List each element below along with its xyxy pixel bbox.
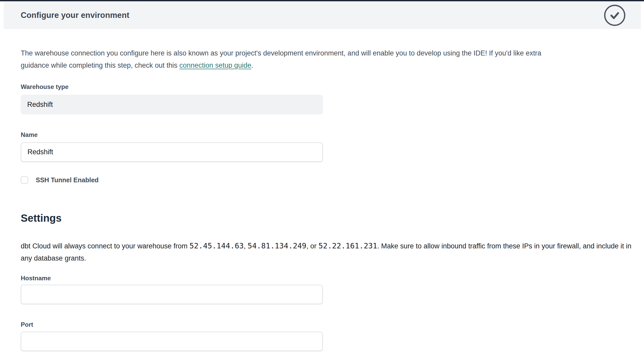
page-title: Configure your environment (21, 11, 129, 20)
check-circle-icon (604, 5, 625, 26)
hostname-label: Hostname (21, 274, 644, 282)
warehouse-type-field (21, 95, 323, 114)
hostname-input[interactable] (21, 285, 323, 304)
settings-text-after-ips: . Make sure to allow inbound traffic fro… (377, 242, 631, 250)
ssh-tunnel-row[interactable]: SSH Tunnel Enabled (21, 176, 644, 184)
settings-paragraph: dbt Cloud will always connect to your wa… (21, 240, 644, 264)
settings-text-before-ips: dbt Cloud will always connect to your wa… (21, 242, 189, 250)
ip-address-3: 52.22.161.231 (318, 241, 377, 250)
intro-line1: The warehouse connection you configure h… (21, 49, 541, 57)
name-label: Name (21, 131, 644, 139)
ip-separator-1: , (244, 242, 248, 250)
settings-heading: Settings (21, 211, 644, 225)
intro-line2-text: guidance while completing this step, che… (21, 61, 179, 69)
connection-setup-guide-link[interactable]: connection setup guide (179, 61, 251, 69)
ssh-tunnel-label[interactable]: SSH Tunnel Enabled (36, 176, 99, 184)
port-label: Port (21, 321, 644, 329)
port-input[interactable] (21, 332, 323, 351)
settings-line1: dbt Cloud will always connect to your wa… (21, 242, 631, 250)
ssh-tunnel-checkbox[interactable] (21, 176, 28, 184)
main-content: The warehouse connection you configure h… (0, 47, 644, 351)
panel-header: Configure your environment (4, 1, 641, 29)
warehouse-type-label: Warehouse type (21, 83, 644, 91)
settings-line2: any database grants. (21, 254, 86, 262)
ip-separator-2: , or (306, 242, 319, 250)
ip-address-1: 52.45.144.63 (189, 241, 244, 250)
ip-address-2: 54.81.134.249 (248, 241, 306, 250)
intro-paragraph: The warehouse connection you configure h… (21, 47, 644, 72)
intro-suffix: . (251, 61, 253, 69)
name-input[interactable] (21, 142, 323, 162)
